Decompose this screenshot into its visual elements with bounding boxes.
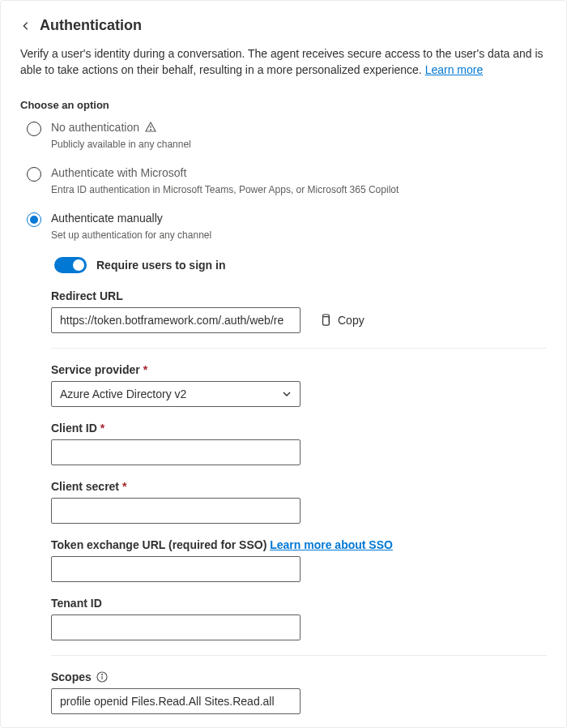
redirect-url-label: Redirect URL [51,289,547,302]
client-secret-input[interactable] [51,498,301,524]
option-no-auth[interactable]: No authentication Publicly available in … [27,121,547,150]
divider [51,348,547,349]
option-microsoft[interactable]: Authenticate with Microsoft Entra ID aut… [27,166,547,195]
learn-more-link[interactable]: Learn more [425,63,484,76]
copy-icon [320,314,331,327]
scopes-input[interactable] [51,688,301,714]
option-no-auth-sub: Publicly available in any channel [51,139,547,150]
choose-option-label: Choose an option [20,99,547,111]
radio-microsoft[interactable] [27,167,41,182]
client-id-label: Client ID * [51,422,547,435]
info-icon [96,671,108,683]
copy-label: Copy [338,314,364,327]
token-exchange-label: Token exchange URL (required for SSO) Le… [51,538,547,551]
option-manual[interactable]: Authenticate manually Set up authenticat… [27,212,547,241]
warning-icon [144,121,157,134]
option-manual-title: Authenticate manually [51,212,547,225]
option-no-auth-title: No authentication [51,121,139,134]
require-signin-label: Require users to sign in [96,259,225,272]
sso-learn-more-link[interactable]: Learn more about SSO [270,538,393,551]
svg-point-1 [150,130,151,131]
back-chevron-icon[interactable] [20,20,32,32]
option-microsoft-title: Authenticate with Microsoft [51,166,547,179]
tenant-id-input[interactable] [51,615,301,640]
svg-point-5 [101,674,102,675]
svg-rect-2 [323,317,330,326]
page-title: Authentication [40,17,142,34]
client-id-input[interactable] [51,439,301,465]
option-manual-sub: Set up authentication for any channel [51,229,547,241]
radio-no-auth[interactable] [27,122,41,136]
service-provider-select[interactable]: Azure Active Directory v2 [51,381,301,407]
service-provider-label: Service provider * [51,363,547,376]
tenant-id-label: Tenant ID [51,597,547,610]
divider [51,655,547,656]
copy-button[interactable]: Copy [320,314,364,327]
client-secret-label: Client secret * [51,480,547,493]
option-microsoft-sub: Entra ID authentication in Microsoft Tea… [51,184,547,195]
radio-manual[interactable] [27,212,41,227]
token-exchange-input[interactable] [51,556,301,582]
redirect-url-input[interactable] [51,307,301,333]
service-provider-value: Azure Active Directory v2 [60,388,186,400]
chevron-down-icon [282,389,292,399]
page-description: Verify a user's identity during a conver… [20,45,547,78]
require-signin-toggle[interactable] [54,257,87,273]
scopes-label: Scopes [51,670,547,683]
